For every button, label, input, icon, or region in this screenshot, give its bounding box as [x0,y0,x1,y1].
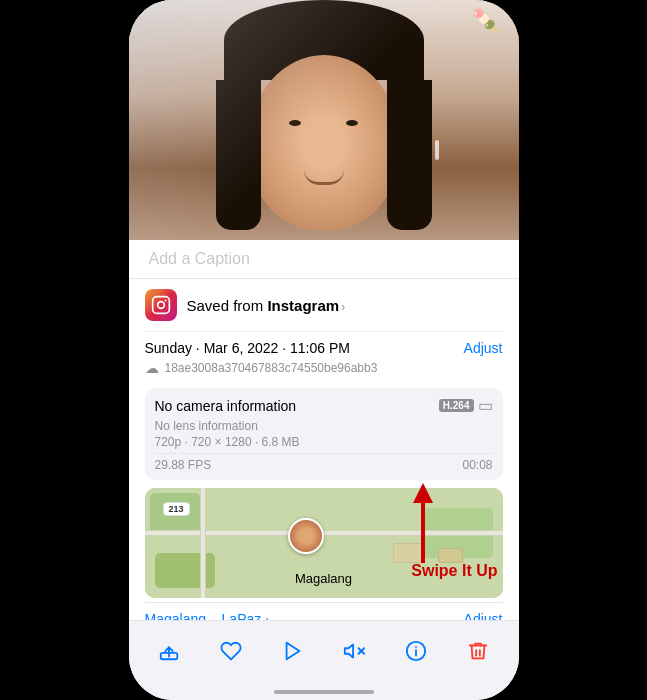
hash-row: ☁ 18ae3008a370467883c74550be96abb3 [145,360,503,384]
swipe-label: Swipe It Up [411,562,497,580]
road-label: 213 [163,502,190,516]
photo-background [129,0,519,240]
caption-area[interactable]: Add a Caption [129,240,519,279]
bottom-toolbar [129,620,519,700]
camera-top-row: No camera information H.264 ▭ [155,396,493,415]
h264-badge: H.264 [439,399,474,412]
map-location-name: Magalang [295,571,352,586]
map-wrapper: 213 Magalang Swipe It Up [145,488,503,598]
map-section[interactable]: 213 Magalang [145,488,503,598]
svg-point-9 [415,645,417,647]
resolution-info: 720p · 720 × 1280 · 6.8 MB [155,435,493,449]
svg-marker-4 [286,642,299,659]
cloud-icon: ☁ [145,360,159,376]
delete-button[interactable] [460,633,496,669]
mute-button[interactable] [336,633,372,669]
map-thumbnail [288,518,324,554]
adjust-date-button[interactable]: Adjust [464,340,503,356]
hash-text: 18ae3008a370467883c74550be96abb3 [165,361,378,375]
date-row: Sunday · Mar 6, 2022 · 11:06 PM Adjust [145,332,503,360]
svg-point-1 [157,302,164,309]
source-label: Saved from [187,297,268,314]
source-name: Instagram [267,297,339,314]
home-indicator [274,690,374,694]
info-section: Saved from Instagram› Sunday · Mar 6, 20… [129,279,519,633]
lens-info: No lens information [155,419,493,433]
heart-button[interactable] [213,633,249,669]
phone-frame: 🍡 Add a Caption Saved from Instagram› [129,0,519,700]
fps-text: 29.88 FPS [155,458,212,472]
play-button[interactable] [275,633,311,669]
emoji-decoration: 🍡 [472,8,499,34]
fps-row: 29.88 FPS 00:08 [155,453,493,472]
source-text: Saved from Instagram› [187,297,346,314]
duration-text: 00:08 [462,458,492,472]
source-chevron: › [341,299,345,314]
no-camera-label: No camera information [155,398,297,414]
instagram-icon [145,289,177,321]
source-row[interactable]: Saved from Instagram› [145,279,503,332]
svg-point-2 [164,299,166,301]
svg-rect-0 [152,297,169,314]
codec-badge: H.264 ▭ [439,396,493,415]
caption-placeholder: Add a Caption [149,250,250,267]
photo-section: 🍡 [129,0,519,240]
camera-info-box: No camera information H.264 ▭ No lens in… [145,388,503,480]
info-button[interactable] [398,633,434,669]
video-icon: ▭ [478,396,493,415]
date-text: Sunday · Mar 6, 2022 · 11:06 PM [145,340,350,356]
share-button[interactable] [151,633,187,669]
